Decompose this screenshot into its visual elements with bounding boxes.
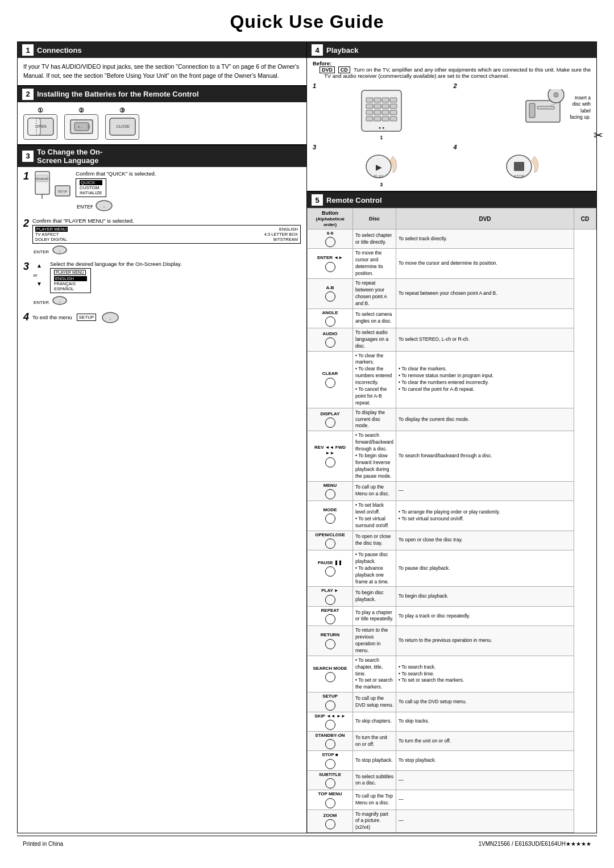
- remote-button-label: CLEAR: [322, 371, 338, 377]
- remote-button-cell: ZOOM: [308, 809, 353, 833]
- remote-button-icon: [325, 595, 335, 605]
- onscreen-step-4-num: 4: [23, 311, 29, 323]
- footer: Printed in China 1VMN21566 / E6163UD/E61…: [17, 836, 597, 852]
- svg-rect-31: [366, 98, 373, 102]
- svg-text:OPEN: OPEN: [35, 124, 47, 128]
- svg-rect-50: [537, 106, 554, 109]
- remote-button-cell: MODE: [308, 501, 353, 531]
- remote-dvd-cell: To select subtitles on a disc.: [353, 770, 396, 790]
- remote-button-icon: [325, 672, 335, 682]
- right-column: 4 Playback Before: DVD CD Turn on the TV…: [307, 42, 596, 833]
- remote-dvd-cell: To begin disc playback.: [353, 587, 396, 606]
- svg-rect-49: [529, 103, 535, 118]
- remote-button-cell: SKIP ◄◄ ►►: [308, 712, 353, 731]
- playback-step-4: 4 STOP: [454, 144, 591, 187]
- remote-button-cell: DISPLAY: [308, 408, 353, 431]
- remote-cd-cell: • To arrange the playing order or play r…: [396, 501, 574, 531]
- remote-button-icon: [325, 720, 335, 730]
- svg-rect-35: [366, 104, 373, 108]
- playback-step-3-diagram: ▶ PLAY: [359, 151, 404, 182]
- remote-cd-cell: • To clear the markers.• To remove statu…: [396, 351, 574, 408]
- svg-rect-44: [374, 116, 381, 121]
- svg-rect-46: [390, 116, 397, 121]
- connections-body: If your TV has AUDIO/VIDEO input jacks, …: [23, 62, 301, 81]
- svg-rect-37: [382, 104, 389, 108]
- remote-cd-cell: To open or close the disc tray.: [396, 531, 574, 550]
- onscreen-title: To Change the On-Screen Language: [37, 148, 102, 165]
- step3-arrows: ▲ or ▼: [32, 261, 47, 287]
- step3-menu: PLAYER MENU ENGLISH FRANÇAIS ESPAÑOL: [50, 268, 91, 293]
- svg-text:ENTER: ENTER: [77, 204, 93, 210]
- remote-dvd-cell: • To pause disc playback.• To advance pl…: [353, 550, 396, 586]
- onscreen-step-4: 4 To exit the menu SETUP ↓: [23, 311, 301, 324]
- svg-text:STANDBY: STANDBY: [35, 177, 49, 181]
- remote-table-header-row: Button(Alphabetical order) Disc DVD CD: [308, 208, 596, 229]
- remote-button-label: ANGLE: [322, 310, 338, 316]
- remote-dvd-cell: To call up the DVD setup menu.: [353, 692, 396, 712]
- remote-button-label: SKIP ◄◄ ►►: [314, 713, 346, 719]
- remote-button-icon: [325, 337, 335, 348]
- onscreen-step-2: 2 Confirm that "PLAYER MENU" is selected…: [23, 218, 301, 256]
- remote-cd-cell: To select track directly.: [396, 229, 574, 249]
- svg-rect-40: [374, 110, 381, 115]
- remote-button-label: PAUSE ❚❚: [318, 560, 342, 566]
- remote-dvd-cell: To select audio languages on a disc.: [353, 328, 396, 351]
- svg-text:or: or: [33, 273, 37, 278]
- remote-button-cell: CLEAR: [308, 351, 353, 408]
- remote-cd-cell: To begin disc playback.: [396, 587, 574, 606]
- remote-dvd-cell: To repeat between your chosen point A an…: [353, 278, 396, 308]
- table-row: PAUSE ❚❚• To pause disc playback.• To ad…: [308, 550, 596, 586]
- footer-left: Printed in China: [23, 841, 63, 847]
- remote-button-cell: RETURN: [308, 626, 353, 656]
- remote-dvd-cell: • To search forward/backward through a d…: [353, 431, 396, 481]
- col-header-cd: CD: [574, 208, 596, 229]
- step1-menu-quick: QUICK: [80, 180, 102, 185]
- remote-dvd-cell: To select camera angles on a disc.: [353, 308, 396, 328]
- battery-img-3: CLOSE: [105, 114, 139, 140]
- table-row: SKIP ◄◄ ►►To skip chapters.To skip track…: [308, 712, 596, 731]
- remote-dvd-cell: To move the cursor and determine its pos…: [353, 249, 396, 279]
- battery-img-1: OPEN: [23, 114, 57, 140]
- remote-cd-cell: To skip tracks.: [396, 712, 574, 731]
- svg-rect-34: [390, 98, 397, 102]
- remote-dvd-cell: To play a chapter or title repeatedly.: [353, 606, 396, 625]
- remote-button-cell: ENTER ◄►: [308, 249, 353, 279]
- before-label: Before:: [313, 60, 331, 66]
- playback-section: 4 Playback Before: DVD CD Turn on the TV…: [307, 42, 596, 191]
- remote-section: 5 Remote Control Button(Alphabetical ord…: [307, 191, 596, 833]
- playback-step-1-num: 1: [313, 82, 316, 89]
- remote-button-label: SETUP: [322, 694, 338, 699]
- remote-button-label: AUDIO: [323, 331, 338, 337]
- connections-title: Connections: [37, 46, 82, 55]
- remote-button-icon: [325, 514, 335, 524]
- onscreen-step-1-num: 1: [23, 170, 29, 182]
- remote-dvd-cell: To stop playback.: [353, 751, 396, 770]
- svg-text:● ●: ● ●: [379, 126, 384, 130]
- playback-step-2-content: Insert adisc withlabelfacing up.: [525, 89, 591, 126]
- remote-button-label: SUBTITLE: [319, 772, 341, 778]
- remote-cd-cell: To repeat between your chosen point A an…: [396, 278, 574, 308]
- step2-enter: ENTER ↓: [32, 245, 301, 256]
- step2-english: ENGLISH: [279, 227, 298, 232]
- remote-button-label: 0-9: [327, 231, 334, 236]
- remote-cd-cell: To stop playback.: [396, 751, 574, 770]
- table-row: SUBTITLETo select subtitles on a disc.—: [308, 770, 596, 790]
- step1-enter: ENTER ↓: [76, 199, 156, 213]
- dvd-logo: DVD: [320, 66, 335, 73]
- table-row: MENUTo call up the Menu on a disc.—: [308, 481, 596, 500]
- table-row: ANGLETo select camera angles on a disc.: [308, 308, 596, 328]
- playback-step-4-diagram: STOP: [499, 151, 545, 182]
- remote-dvd-cell: • To set black level on/off.• To set vir…: [353, 501, 396, 531]
- svg-text:▶: ▶: [375, 162, 381, 172]
- table-row: STOP ■To stop playback.To stop playback.: [308, 751, 596, 770]
- batteries-num: 2: [22, 89, 34, 100]
- svg-text:ENTER: ENTER: [34, 300, 49, 305]
- table-row: RETURNTo return to the previous operatio…: [308, 626, 596, 656]
- svg-rect-33: [382, 98, 389, 102]
- remote-button-label: REPEAT: [321, 608, 339, 614]
- step2-player-menu: PLAYER MENU: [35, 227, 68, 232]
- remote-num: 5: [312, 194, 323, 206]
- step3-francais: FRANÇAIS: [54, 281, 87, 286]
- remote-button-icon: [325, 566, 335, 577]
- playback-step-4-num: 4: [454, 144, 457, 151]
